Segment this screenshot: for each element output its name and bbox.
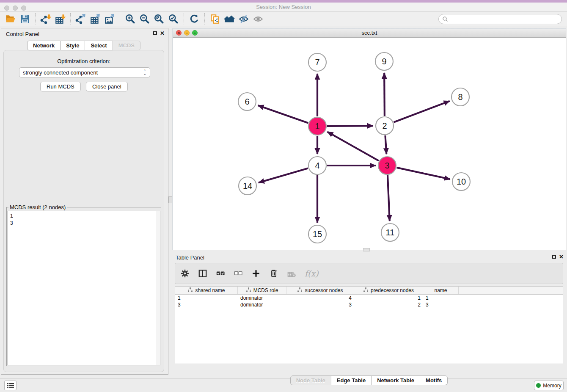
edge-2-3[interactable] xyxy=(385,135,386,154)
tab-motifs[interactable]: Motifs xyxy=(420,375,448,385)
column-label: MCDS role xyxy=(253,287,278,293)
edge-2-9[interactable] xyxy=(384,73,385,116)
column-header-shared-name[interactable]: shared name xyxy=(175,287,238,294)
select-all-button[interactable] xyxy=(216,269,225,278)
table-row[interactable]: 1dominator411 xyxy=(175,295,563,301)
tab-network-table[interactable]: Network Table xyxy=(372,375,420,385)
table-row[interactable]: 3dominator323 xyxy=(175,301,563,308)
zoom-out-button[interactable] xyxy=(138,13,152,25)
cell-successor-nodes[interactable]: 4 xyxy=(286,295,354,301)
tab-select[interactable]: Select xyxy=(85,41,113,50)
criterion-select[interactable]: strongly connected component ⌃⌄ xyxy=(19,67,150,77)
gear-icon xyxy=(180,269,190,278)
save-button[interactable] xyxy=(18,13,32,25)
refresh-icon xyxy=(189,14,200,25)
edge-3-10[interactable] xyxy=(396,168,450,179)
result-scrollbar[interactable] xyxy=(156,211,160,365)
toolbar-separator xyxy=(184,13,184,25)
float-panel-icon[interactable] xyxy=(552,255,556,259)
tab-network[interactable]: Network xyxy=(27,41,61,50)
add-column-icon xyxy=(251,269,261,278)
edge-4-14[interactable] xyxy=(259,168,308,182)
column-header-name[interactable]: name xyxy=(423,287,459,294)
minimize-view-icon[interactable]: − xyxy=(184,30,190,36)
edge-3-11[interactable] xyxy=(388,175,390,221)
app-title: Session: New Session xyxy=(0,3,567,12)
cell-MCDS-role[interactable]: dominator xyxy=(238,295,286,301)
network-graph-canvas[interactable]: 7968124314101511 xyxy=(173,38,566,250)
cell-successor-nodes[interactable]: 3 xyxy=(286,301,354,308)
close-window-icon[interactable] xyxy=(4,6,9,11)
column-header-MCDS-role[interactable]: MCDS role xyxy=(238,287,286,294)
zoom-fit-button[interactable] xyxy=(152,13,166,25)
mcds-result-area[interactable]: 1 3 xyxy=(7,211,160,365)
columns-button[interactable] xyxy=(198,269,207,278)
export-table-button[interactable] xyxy=(88,13,102,25)
cell-shared-name[interactable]: 1 xyxy=(175,295,238,301)
gear-button[interactable] xyxy=(180,269,190,278)
edge-1-2[interactable] xyxy=(327,126,373,126)
edge-2-8[interactable] xyxy=(394,101,450,122)
column-header-predecessor-nodes[interactable]: predecessor nodes xyxy=(354,287,423,294)
node-label-15: 15 xyxy=(313,229,322,239)
export-image-button[interactable] xyxy=(102,13,117,25)
node-label-10: 10 xyxy=(457,177,466,186)
vertical-splitter-grip[interactable] xyxy=(168,196,172,203)
cell-name[interactable]: 3 xyxy=(423,301,459,308)
float-panel-icon[interactable] xyxy=(153,31,157,35)
mcds-result-lines: 1 3 xyxy=(8,211,160,228)
cell-predecessor-nodes[interactable]: 2 xyxy=(354,301,423,308)
maximize-view-icon[interactable]: ＋ xyxy=(192,30,198,36)
search-input[interactable] xyxy=(450,16,558,22)
network-view-title: scc.txt xyxy=(173,28,566,37)
tab-node-table[interactable]: Node Table xyxy=(290,375,331,385)
open-folder-button[interactable] xyxy=(3,13,18,25)
toolbar-separator xyxy=(120,13,120,25)
cell-MCDS-role[interactable]: dominator xyxy=(238,301,286,308)
export-network-button[interactable] xyxy=(74,13,88,25)
select-all-icon xyxy=(216,269,225,278)
edge-3-1[interactable] xyxy=(328,132,379,160)
mcds-tab-content: Optimization criterion: strongly connect… xyxy=(3,50,164,372)
search-box[interactable] xyxy=(438,14,562,24)
tab-mcds[interactable]: MCDS xyxy=(113,41,140,50)
horizontal-splitter-grip[interactable] xyxy=(363,248,370,251)
zoom-window-icon[interactable] xyxy=(21,6,26,11)
clone-network-button[interactable] xyxy=(208,13,222,25)
close-panel-button[interactable]: Close panel xyxy=(86,82,128,91)
column-header-successor-nodes[interactable]: successor nodes xyxy=(286,287,354,294)
refresh-button[interactable] xyxy=(187,13,201,25)
app-titlebar: Session: New Session xyxy=(0,3,567,12)
function-builder-icon: f(x) xyxy=(305,269,319,278)
minimize-window-icon[interactable] xyxy=(13,6,18,11)
export-network-icon xyxy=(75,14,86,25)
import-network-button[interactable] xyxy=(39,13,53,25)
task-history-button[interactable] xyxy=(4,381,17,390)
columns-icon xyxy=(198,269,207,278)
show-eye-button[interactable] xyxy=(251,13,265,25)
cell-predecessor-nodes[interactable]: 1 xyxy=(354,295,423,301)
node-label-4: 4 xyxy=(315,161,319,170)
zoom-in-button[interactable] xyxy=(123,13,138,25)
add-column-button[interactable] xyxy=(251,269,261,278)
edge-1-6[interactable] xyxy=(258,105,308,123)
deselect-all-button[interactable] xyxy=(234,269,243,278)
close-panel-icon[interactable]: ✕ xyxy=(559,254,564,259)
zoom-selected-button[interactable] xyxy=(166,13,181,25)
close-panel-icon[interactable]: ✕ xyxy=(160,31,165,36)
cell-name[interactable]: 1 xyxy=(423,295,459,301)
node-table-body: 1dominator4113dominator323 xyxy=(175,295,563,308)
close-view-icon[interactable]: ✕ xyxy=(176,30,182,36)
table-toolbar: f(x) xyxy=(175,263,563,284)
run-mcds-button[interactable]: Run MCDS xyxy=(40,82,81,91)
home-button[interactable] xyxy=(222,13,237,25)
delete-column-button[interactable] xyxy=(269,269,278,278)
export-table-icon xyxy=(90,14,101,25)
cell-shared-name[interactable]: 3 xyxy=(175,301,238,308)
tab-edge-table[interactable]: Edge Table xyxy=(331,375,372,385)
mcds-result-title: MCDS result (2 nodes) xyxy=(8,204,67,210)
hide-eye-button[interactable] xyxy=(237,13,251,25)
tab-style[interactable]: Style xyxy=(61,41,85,50)
node-table-header: shared nameMCDS rolesuccessor nodesprede… xyxy=(175,287,563,295)
import-table-button[interactable] xyxy=(53,13,67,25)
